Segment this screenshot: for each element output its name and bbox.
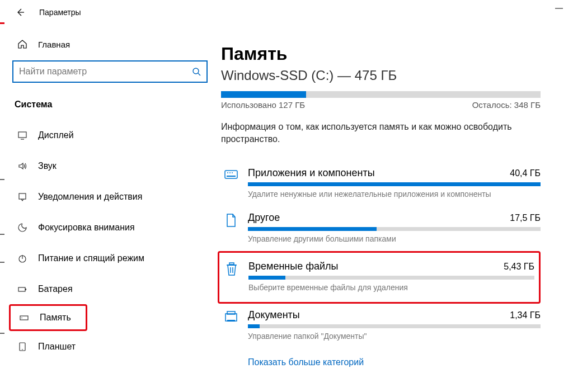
category-desc: Удалите ненужные или нежелательные прило… <box>248 190 541 199</box>
svg-rect-14 <box>225 171 237 178</box>
category-name: Документы <box>248 309 300 321</box>
nav-label: Батарея <box>38 284 73 294</box>
other-storage-heading: Другие параметры хранилища <box>221 390 541 392</box>
category-trash[interactable]: Временные файлы5,43 ГБВыберите временные… <box>218 251 541 304</box>
nav-item-display[interactable]: Дисплей <box>12 120 208 150</box>
category-desc: Выберите временные файлы для удаления <box>248 283 534 292</box>
show-more-link[interactable]: Показать больше категорий <box>221 357 541 367</box>
category-bar <box>248 227 541 231</box>
category-size: 40,4 ГБ <box>510 168 541 178</box>
home-link[interactable]: Главная <box>12 25 208 50</box>
category-size: 17,5 ГБ <box>510 213 541 223</box>
svg-point-16 <box>227 172 228 173</box>
window-left-edge <box>0 0 4 392</box>
storage-bar <box>221 91 541 98</box>
category-bar <box>248 276 534 280</box>
svg-line-2 <box>198 73 200 75</box>
focus-icon <box>17 223 28 233</box>
nav-label: Память <box>40 313 71 323</box>
svg-rect-21 <box>229 263 234 265</box>
drive-title: Windows-SSD (C:) — 475 ГБ <box>221 68 541 83</box>
trash-icon <box>222 261 242 276</box>
display-icon <box>17 130 28 140</box>
back-button[interactable] <box>12 4 28 20</box>
battery-icon <box>17 284 28 294</box>
main-content: Память Windows-SSD (C:) — 475 ГБ Использ… <box>221 25 573 392</box>
svg-point-17 <box>229 172 231 173</box>
svg-rect-8 <box>18 287 25 291</box>
used-label: Использовано 127 ГБ <box>221 100 305 110</box>
power-icon <box>17 253 28 263</box>
home-label: Главная <box>38 40 70 49</box>
nav-label: Фокусировка внимания <box>38 223 135 233</box>
notification-icon <box>17 192 28 202</box>
storage-icon <box>18 313 30 323</box>
svg-point-1 <box>193 68 199 74</box>
svg-rect-15 <box>227 176 236 177</box>
category-apps[interactable]: Приложения и компоненты40,4 ГБУдалите не… <box>221 162 541 206</box>
search-box[interactable] <box>12 60 208 83</box>
search-input[interactable] <box>19 67 192 77</box>
usage-row: Использовано 127 ГБ Осталось: 348 ГБ <box>221 100 541 110</box>
category-bar <box>248 324 541 328</box>
docs-icon <box>221 309 241 323</box>
nav-item-battery[interactable]: Батарея <box>12 273 208 304</box>
home-icon <box>17 39 28 49</box>
tablet-icon <box>17 342 28 352</box>
svg-point-11 <box>21 318 22 319</box>
nav-item-power[interactable]: Питание и спящий режим <box>12 243 208 273</box>
nav-item-focus[interactable]: Фокусировка внимания <box>12 212 208 243</box>
section-title: Система <box>12 100 208 110</box>
svg-rect-25 <box>227 320 235 322</box>
other-icon <box>221 212 241 228</box>
category-name: Временные файлы <box>248 261 339 272</box>
search-icon <box>192 67 201 76</box>
category-desc: Управление другими большими папками <box>248 234 541 243</box>
category-desc: Управление папкой "Документы" <box>248 332 541 341</box>
category-name: Другое <box>248 212 280 224</box>
minimize-button[interactable] <box>555 8 565 9</box>
sound-icon <box>17 161 28 171</box>
category-size: 5,43 ГБ <box>504 262 534 272</box>
page-title: Память <box>221 44 541 64</box>
nav-item-notification[interactable]: Уведомления и действия <box>12 181 208 212</box>
window-title: Параметры <box>39 8 81 17</box>
nav-label: Питание и спящий режим <box>38 253 144 263</box>
sidebar: Главная Система ДисплейЗвукУведомления и… <box>0 25 221 392</box>
nav-item-tablet[interactable]: Планшет <box>12 331 208 362</box>
nav-item-storage[interactable]: Память <box>9 304 87 331</box>
svg-rect-5 <box>19 193 26 199</box>
category-docs[interactable]: Документы1,34 ГБУправление папкой "Докум… <box>221 304 541 348</box>
svg-rect-24 <box>227 311 235 314</box>
nav-item-sound[interactable]: Звук <box>12 150 208 181</box>
category-size: 1,34 ГБ <box>510 310 541 320</box>
nav-label: Уведомления и действия <box>38 192 142 202</box>
nav-label: Звук <box>38 161 57 171</box>
svg-rect-9 <box>25 289 26 290</box>
category-bar <box>248 182 541 186</box>
category-other[interactable]: Другое17,5 ГБУправление другими большими… <box>221 206 541 251</box>
titlebar: Параметры <box>0 0 573 25</box>
storage-description: Информация о том, как используется памят… <box>221 121 512 146</box>
free-label: Осталось: 348 ГБ <box>472 100 541 110</box>
svg-point-18 <box>232 172 233 173</box>
svg-point-13 <box>22 349 23 350</box>
svg-rect-10 <box>20 316 28 320</box>
svg-rect-3 <box>18 132 26 138</box>
apps-icon <box>221 167 241 181</box>
category-name: Приложения и компоненты <box>248 167 375 179</box>
nav-label: Планшет <box>38 342 76 352</box>
nav-label: Дисплей <box>38 130 74 140</box>
